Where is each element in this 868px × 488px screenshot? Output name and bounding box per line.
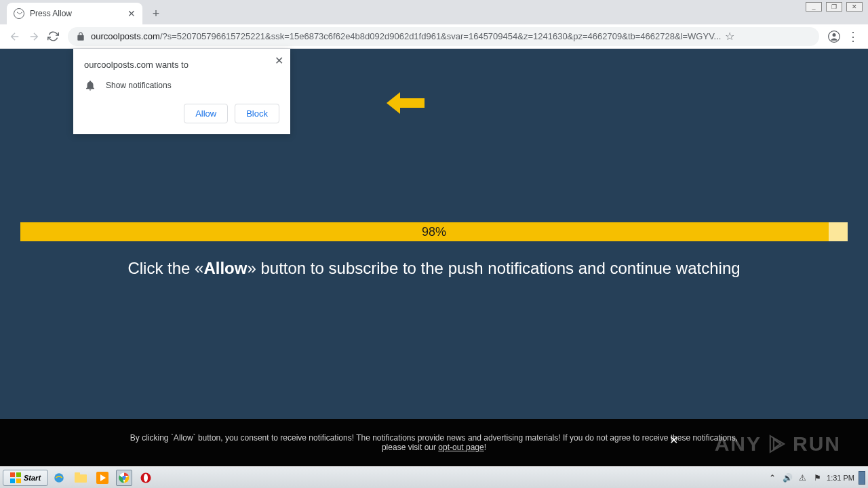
reload-button[interactable] (43, 27, 62, 46)
volume-icon[interactable]: 🔊 (782, 472, 793, 483)
new-tab-button[interactable]: + (146, 4, 165, 23)
opera-icon[interactable] (138, 470, 154, 486)
watermark: ANY RUN (715, 432, 841, 455)
minimize-button[interactable]: _ (806, 2, 822, 12)
profile-icon[interactable] (825, 27, 844, 46)
svg-rect-4 (10, 479, 15, 483)
lock-icon (76, 32, 85, 41)
notification-permission-text: Show notifications (106, 81, 172, 90)
ie-icon[interactable] (51, 470, 67, 486)
close-tab-icon[interactable]: ✕ (127, 8, 136, 19)
browser-toolbar: ourcoolposts.com/?s=520705796615725221&s… (0, 24, 868, 49)
tray-expand-icon[interactable]: ⌃ (767, 472, 778, 483)
svg-point-6 (54, 473, 64, 483)
svg-rect-8 (75, 472, 80, 476)
maximize-button[interactable]: ❐ (826, 2, 842, 12)
tab-bar: Press Allow ✕ + (0, 0, 868, 24)
consent-text: By clicking `Allow` button, you consent … (130, 433, 738, 452)
forward-button[interactable] (24, 27, 43, 46)
bell-icon (84, 79, 96, 92)
shield-icon[interactable]: ⚠ (797, 472, 808, 483)
consent-banner: ✕ By clicking `Allow` button, you consen… (0, 419, 868, 466)
tab-title: Press Allow (30, 9, 122, 18)
arrow-left-icon (387, 89, 425, 117)
flag-icon[interactable]: ⚑ (812, 472, 823, 483)
allow-button[interactable]: Allow (184, 104, 228, 123)
menu-icon[interactable]: ⋮ (844, 27, 863, 46)
clock[interactable]: 1:31 PM (827, 474, 854, 482)
svg-point-1 (833, 33, 836, 37)
show-desktop[interactable] (859, 471, 865, 485)
browser-tab[interactable]: Press Allow ✕ (7, 3, 142, 24)
url-text: ourcoolposts.com/?s=520705796615725221&s… (91, 31, 721, 41)
window-controls: _ ❐ ✕ (806, 2, 863, 12)
close-window-button[interactable]: ✕ (846, 2, 863, 12)
globe-icon (14, 8, 24, 19)
svg-rect-5 (16, 479, 21, 483)
progress-remaining (829, 222, 848, 241)
progress-bar: 98% (20, 222, 848, 241)
close-icon[interactable]: ✕ (275, 54, 283, 67)
block-button[interactable]: Block (235, 104, 279, 123)
progress-percent: 98% (422, 225, 446, 239)
opt-out-link[interactable]: opt-out page (438, 443, 484, 452)
bookmark-star-icon[interactable]: ☆ (725, 30, 734, 43)
notification-origin: ourcoolposts.com wants to (84, 60, 279, 70)
media-player-icon[interactable] (94, 470, 111, 486)
page-content: ✕ ourcoolposts.com wants to Show notific… (0, 49, 868, 466)
system-tray: ⌃ 🔊 ⚠ ⚑ 1:31 PM (767, 471, 865, 485)
consent-close-icon[interactable]: ✕ (669, 434, 678, 447)
taskbar: Start ⌃ 🔊 ⚠ ⚑ 1:31 PM (0, 466, 868, 488)
notification-permission-popup: ✕ ourcoolposts.com wants to Show notific… (73, 49, 290, 134)
start-button[interactable]: Start (3, 470, 48, 486)
address-bar[interactable]: ourcoolposts.com/?s=520705796615725221&s… (68, 27, 819, 46)
svg-point-13 (144, 474, 148, 482)
chrome-taskbar-icon[interactable] (116, 470, 132, 486)
explorer-icon[interactable] (73, 470, 89, 486)
svg-rect-2 (10, 472, 15, 477)
instruction-text: Click the «Allow» button to subscribe to… (0, 259, 868, 278)
back-button[interactable] (5, 27, 24, 46)
svg-rect-3 (16, 472, 21, 477)
windows-logo-icon (10, 472, 21, 483)
